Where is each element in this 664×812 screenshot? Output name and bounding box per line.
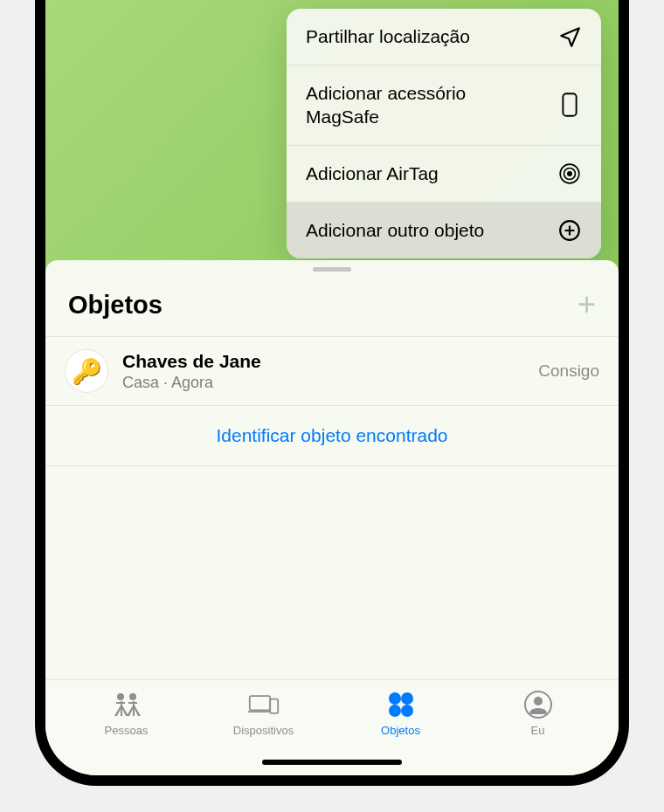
tab-me[interactable]: Eu (469, 689, 606, 775)
svg-rect-10 (128, 702, 137, 704)
home-indicator[interactable] (262, 760, 402, 765)
svg-rect-9 (116, 702, 125, 704)
svg-point-16 (389, 705, 401, 717)
grid-icon (385, 689, 417, 720)
location-arrow-icon (557, 24, 582, 49)
svg-point-7 (117, 693, 124, 700)
people-icon (111, 689, 142, 720)
sheet-header: Objetos + (45, 272, 619, 336)
add-menu-popup: Partilhar localização Adicionar acessóri… (287, 9, 601, 258)
svg-rect-11 (249, 696, 269, 710)
tab-label: Dispositivos (233, 724, 294, 737)
menu-item-add-airtag[interactable]: Adicionar AirTag (287, 146, 601, 203)
phone-outline-icon (557, 93, 582, 117)
tab-label: Objetos (381, 724, 420, 737)
sheet-title: Objetos (68, 291, 163, 320)
svg-point-8 (129, 693, 136, 700)
svg-rect-0 (563, 94, 576, 116)
svg-point-17 (401, 705, 413, 717)
plus-circle-icon (557, 218, 582, 243)
menu-item-label: Adicionar acessório MagSafe (306, 81, 543, 129)
object-item-icon-container: 🔑 (65, 349, 108, 393)
menu-item-label: Adicionar outro objeto (306, 218, 484, 242)
svg-rect-13 (270, 699, 278, 713)
menu-item-add-magsafe[interactable]: Adicionar acessório MagSafe (287, 65, 601, 146)
object-item-status: Consigo (538, 361, 599, 381)
object-item-row[interactable]: 🔑 Chaves de Jane Casa · Agora Consigo (45, 336, 619, 406)
airtag-icon (557, 162, 582, 186)
devices-icon (248, 689, 280, 720)
object-item-location: Casa · Agora (122, 374, 538, 392)
tab-label: Pessoas (105, 724, 149, 737)
add-object-button[interactable]: + (578, 289, 596, 320)
menu-item-label: Partilhar localização (306, 24, 470, 48)
menu-item-label: Adicionar AirTag (306, 162, 439, 185)
svg-point-3 (568, 171, 571, 175)
objects-sheet: Objetos + 🔑 Chaves de Jane Casa · Agora … (45, 260, 619, 775)
key-icon: 🔑 (72, 357, 102, 386)
object-item-name: Chaves de Jane (122, 351, 538, 372)
tab-label: Eu (531, 724, 545, 737)
svg-point-14 (389, 692, 401, 705)
svg-point-15 (401, 692, 413, 705)
identify-found-link[interactable]: Identificar objeto encontrado (45, 406, 619, 466)
svg-point-19 (534, 697, 543, 705)
tab-people[interactable]: Pessoas (58, 689, 195, 775)
object-item-info: Chaves de Jane Casa · Agora (122, 351, 538, 392)
phone-screen: Partilhar localização Adicionar acessóri… (45, 0, 619, 775)
phone-frame: Partilhar localização Adicionar acessóri… (35, 0, 629, 786)
menu-item-add-other[interactable]: Adicionar outro objeto (287, 203, 601, 258)
menu-item-share-location[interactable]: Partilhar localização (287, 9, 601, 65)
person-icon (522, 689, 554, 720)
